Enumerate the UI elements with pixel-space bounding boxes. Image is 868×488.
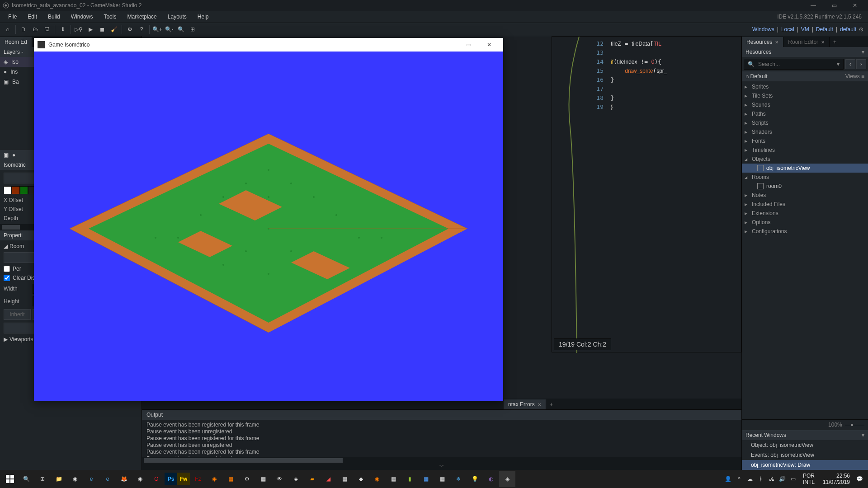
tray-lang[interactable]: PORINTL [799,473,818,485]
tree-sounds[interactable]: Sounds [742,100,868,109]
start-button[interactable] [2,471,18,487]
steam-icon[interactable]: ◉ [67,471,83,487]
collapse-chevron[interactable]: ︾ [142,464,741,470]
help-button[interactable]: ? [136,23,147,35]
tray-people-icon[interactable]: 👤 [723,474,733,484]
close-icon[interactable]: ✕ [538,402,541,407]
game-run-window[interactable]: Game Isométrico ― ▭ ✕ [34,38,503,401]
resource-search-input[interactable] [756,60,835,68]
tray-cloud-icon[interactable]: ☁ [745,474,755,484]
app-icon-11[interactable]: ▦ [434,471,450,487]
windows-taskbar[interactable]: 🔍 ⊞ 📁 ◉ e e 🦊 ◉ O Ps Fw Fz ◉ ▦ ⚙ ▦ 👁 ◈ ▰… [0,470,868,488]
menu-edit[interactable]: Edit [22,12,42,22]
target-output[interactable]: VM [801,26,809,33]
tab-room-editor[interactable]: Room Ed [0,37,32,47]
save-button[interactable]: 🖫 [41,23,53,35]
tab-room-editor-right[interactable]: Room Editor✕ [783,37,830,47]
nav-back-button[interactable]: ‹ [845,59,855,69]
opera-icon[interactable]: O [148,471,165,487]
target-config[interactable]: default [840,26,856,33]
menu-build[interactable]: Build [42,12,66,22]
recent-object[interactable]: Object: obj_isometricView [742,440,868,450]
tree-fonts[interactable]: Fonts [742,136,868,145]
gms-icon[interactable]: ◈ [288,471,304,487]
explorer-icon[interactable]: 📁 [51,471,67,487]
firefox-icon[interactable]: 🦊 [116,471,132,487]
nav-fwd-button[interactable]: › [856,59,866,69]
tree-paths[interactable]: Paths [742,109,868,118]
resource-tree[interactable]: Sprites Tile Sets Sounds Paths Scripts S… [742,81,868,419]
output-scrollbar[interactable] [142,457,741,464]
recent-windows-header[interactable]: Recent Windows▾ [742,430,868,440]
tree-timelines[interactable]: Timelines [742,145,868,155]
target-device[interactable]: Default [816,26,833,33]
menu-help[interactable]: Help [192,12,214,22]
edge-icon[interactable]: e [99,471,116,487]
clear-display-checkbox[interactable] [4,275,10,281]
default-view-header[interactable]: ⌂ Default Views ≡ [742,71,868,81]
app-icon-4[interactable]: ▦ [255,471,271,487]
menu-tools[interactable]: Tools [98,12,122,22]
add-tab-button[interactable]: + [830,37,840,47]
close-icon[interactable]: ✕ [821,40,825,45]
app-icon-7[interactable]: ▦ [336,471,353,487]
tray-up-icon[interactable]: ^ [734,474,744,484]
tray-clock[interactable]: 22:5611/07/2019 [819,473,854,485]
menu-marketplace[interactable]: Marketplace [122,12,162,22]
run-button[interactable]: ▶ [85,23,96,35]
game-titlebar[interactable]: Game Isométrico ― ▭ ✕ [34,38,503,52]
create-exe-button[interactable]: ⬇ [57,23,69,35]
zoom-out-button[interactable]: 🔍- [163,23,175,35]
add-bg-layer-icon[interactable]: ▣ [4,152,9,158]
game-close-button[interactable]: ✕ [479,38,500,52]
ie-icon[interactable]: e [83,471,99,487]
app-icon-3[interactable]: ⚙ [239,471,255,487]
tray-bt-icon[interactable]: ᚼ [756,474,766,484]
persistent-checkbox[interactable] [4,266,10,272]
unity-icon[interactable]: ◆ [353,471,369,487]
zoom-reset-button[interactable]: 🔍 [175,23,187,35]
blender-icon[interactable]: ◉ [369,471,385,487]
task-view-button[interactable]: ⊞ [34,471,51,487]
clean-button[interactable]: 🧹 [108,23,120,35]
target-platform[interactable]: Windows [752,26,774,33]
target-worker[interactable]: Local [781,26,794,33]
filezilla-icon[interactable]: Fz [190,471,206,487]
close-icon[interactable]: ✕ [775,40,778,45]
add-inst-layer-icon[interactable]: ● [12,152,15,158]
tree-options[interactable]: Options [742,218,868,227]
targets-icon[interactable]: ⊙ [859,26,863,33]
app-icon-10[interactable]: ▦ [418,471,434,487]
tree-scripts[interactable]: Scripts [742,118,868,127]
fireworks-icon[interactable]: Fw [177,473,190,485]
os-maximize-button[interactable]: ▭ [824,0,844,11]
stop-button[interactable]: ◼ [96,23,108,35]
tree-obj-isometricview[interactable]: obj_isometricView [742,164,868,173]
add-tab-button[interactable]: + [546,399,557,409]
game-minimize-button[interactable]: ― [437,38,458,52]
app-icon-12[interactable]: ❄ [450,471,467,487]
os-close-button[interactable]: ✕ [844,0,865,11]
tab-syntax-errors[interactable]: ntax Errors✕ [504,399,546,409]
game-maximize-button[interactable]: ▭ [458,38,479,52]
tree-extensions[interactable]: Extensions [742,209,868,218]
tray-battery-icon[interactable]: ▭ [788,474,798,484]
menu-layouts[interactable]: Layouts [162,12,192,22]
game-options-button[interactable]: ⚙ [124,23,136,35]
tree-configs[interactable]: Configurations [742,227,868,236]
app-icon-2[interactable]: ▦ [222,471,239,487]
menu-file[interactable]: File [3,12,22,22]
zoom-in-button[interactable]: 🔍+ [151,23,163,35]
resources-header[interactable]: Resources▾ [742,47,868,57]
chrome-icon[interactable]: ◉ [132,471,148,487]
code-lines[interactable]: tileZ = tileData[TIL if(tileIndex != 0){… [611,39,741,112]
os-minimize-button[interactable]: ― [803,0,824,11]
inherit-code-button[interactable]: Inherit [4,309,31,320]
tray-notifications-icon[interactable]: 💬 [854,474,864,484]
search-button[interactable]: 🔍 [18,471,34,487]
tree-notes[interactable]: Notes [742,191,868,200]
code-editor[interactable]: 1213141516171819 tileZ = tileData[TIL if… [552,36,741,352]
recent-draw[interactable]: obj_isometricView: Draw [742,460,868,470]
app-icon-8[interactable]: ▦ [385,471,401,487]
output-log[interactable]: Pause event has been registered for this… [142,420,741,457]
